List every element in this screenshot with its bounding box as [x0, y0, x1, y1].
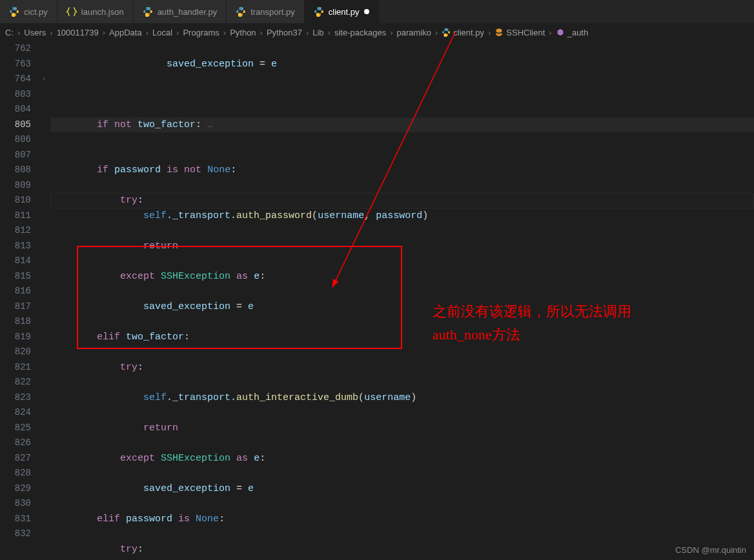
python-icon	[442, 28, 451, 37]
breadcrumb-segment[interactable]: AppData	[109, 28, 142, 37]
tab-label: launch.json	[81, 7, 124, 17]
watermark: CSDN @mr.quintin	[675, 545, 746, 555]
code-editor[interactable]: 762 763 764 803 804 805 806 807 808 809 …	[0, 41, 754, 560]
method-symbol-icon	[556, 28, 565, 37]
dirty-indicator-icon	[364, 9, 369, 14]
tab-label: auth_handler.py	[158, 7, 218, 17]
breadcrumb-segment[interactable]: Local	[152, 28, 172, 37]
class-symbol-icon	[494, 28, 504, 37]
python-icon	[236, 6, 246, 17]
tab-auth-handler[interactable]: auth_handler.py	[134, 0, 227, 23]
tab-label: transport.py	[250, 7, 295, 17]
breadcrumb-segment[interactable]: Programs	[183, 28, 219, 37]
breadcrumb-segment[interactable]: C:	[5, 28, 14, 37]
fold-column: ›	[37, 41, 50, 560]
breadcrumb[interactable]: C:› Users› 100011739› AppData› Local› Pr…	[0, 23, 754, 41]
tab-client[interactable]: client.py	[305, 0, 379, 23]
tab-cict[interactable]: cict.py	[0, 0, 57, 23]
fold-chevron-icon[interactable]: ›	[37, 72, 50, 87]
tab-transport[interactable]: transport.py	[227, 0, 305, 23]
python-icon	[314, 6, 324, 17]
editor-tabs: cict.py launch.json auth_handler.py tran…	[0, 0, 754, 23]
breadcrumb-segment[interactable]: Python37	[267, 28, 302, 37]
breadcrumb-segment[interactable]: 100011739	[57, 28, 99, 37]
tab-label: cict.py	[24, 7, 48, 17]
tab-launch[interactable]: launch.json	[57, 0, 134, 23]
breadcrumb-segment[interactable]: Lib	[312, 28, 323, 37]
breadcrumb-segment[interactable]: Python	[230, 28, 256, 37]
code-area[interactable]: saved_exception = e if not two_factor: ……	[50, 41, 754, 560]
breadcrumb-segment[interactable]: site-packages	[334, 28, 386, 37]
breadcrumb-segment[interactable]: Users	[24, 28, 46, 37]
breadcrumb-segment[interactable]: paramiko	[397, 28, 431, 37]
breadcrumb-file[interactable]: client.py	[442, 28, 484, 37]
tab-label: client.py	[329, 7, 360, 17]
line-gutter: 762 763 764 803 804 805 806 807 808 809 …	[0, 41, 37, 560]
breadcrumb-method[interactable]: _auth	[556, 28, 589, 37]
breadcrumb-class[interactable]: SSHClient	[494, 28, 545, 37]
python-icon	[9, 6, 19, 17]
json-icon	[66, 6, 77, 17]
python-icon	[143, 6, 153, 17]
